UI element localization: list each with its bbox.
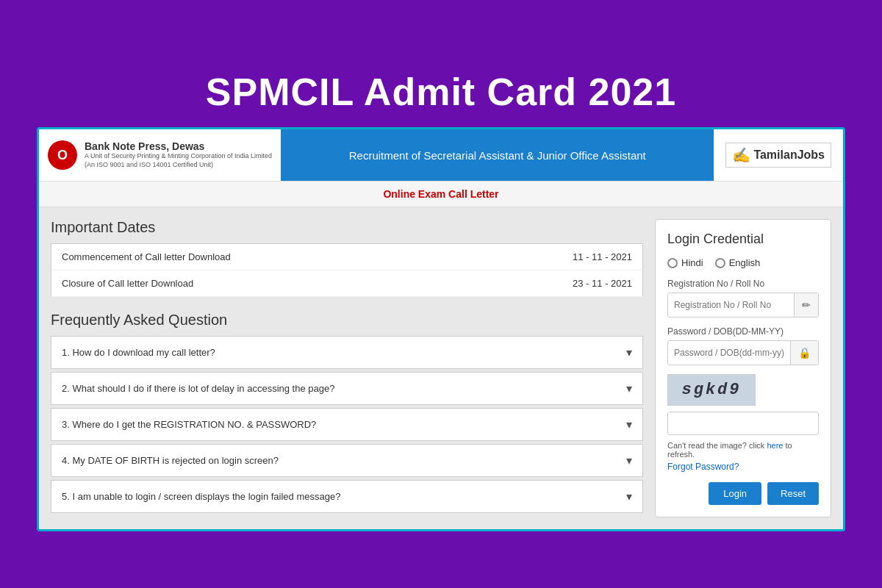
main-card: O Bank Note Press, Dewas A Unit of Secur… bbox=[37, 127, 845, 531]
faq-item[interactable]: 1. How do I download my call letter?▾ bbox=[51, 336, 643, 369]
site-header: O Bank Note Press, Dewas A Unit of Secur… bbox=[39, 129, 843, 181]
faq-question: 3. Where do I get the REGISTRATION NO. &… bbox=[62, 419, 316, 430]
captcha-input[interactable] bbox=[668, 412, 818, 434]
registration-input[interactable] bbox=[668, 294, 794, 316]
date-value: 11 - 11 - 2021 bbox=[467, 244, 643, 270]
header-logo: O Bank Note Press, Dewas A Unit of Secur… bbox=[39, 129, 281, 181]
faq-item[interactable]: 2. What should I do if there is lot of d… bbox=[51, 372, 643, 405]
captcha-refresh-link[interactable]: here bbox=[767, 441, 783, 450]
edit-icon: ✏ bbox=[794, 293, 818, 317]
subheader-text: Online Exam Call Letter bbox=[383, 188, 498, 200]
hindi-radio[interactable] bbox=[667, 258, 678, 268]
logo-subtitle-1: A Unit of Security Printing & Minting Co… bbox=[85, 152, 272, 161]
password-input[interactable] bbox=[668, 342, 790, 364]
logo-title: Bank Note Press, Dewas bbox=[85, 140, 272, 152]
tamilan-label: TamilanJobs bbox=[753, 148, 825, 162]
captcha-input-row bbox=[667, 412, 819, 435]
table-row: Commencement of Call letter Download11 -… bbox=[51, 244, 643, 270]
header-center-text: Recruitment of Secretarial Assistant & J… bbox=[349, 149, 646, 162]
registration-label: Registration No / Roll No bbox=[667, 279, 819, 289]
chevron-down-icon: ▾ bbox=[626, 417, 632, 431]
password-label: Password / DOB(DD-MM-YY) bbox=[667, 326, 819, 337]
logo-subtitle-2: (An ISO 9001 and ISO 14001 Certified Uni… bbox=[85, 161, 272, 170]
login-title: Login Credential bbox=[667, 232, 819, 247]
content-area: Important Dates Commencement of Call let… bbox=[39, 207, 843, 529]
english-label: English bbox=[729, 257, 761, 268]
login-button[interactable]: Login bbox=[709, 482, 761, 505]
subheader-bar: Online Exam Call Letter bbox=[39, 181, 843, 207]
chevron-down-icon: ▾ bbox=[626, 381, 632, 395]
faq-item[interactable]: 3. Where do I get the REGISTRATION NO. &… bbox=[51, 408, 643, 441]
registration-row: ✏ bbox=[667, 293, 819, 318]
lock-icon: 🔒 bbox=[790, 341, 818, 365]
english-radio[interactable] bbox=[715, 258, 725, 268]
tamilan-logo: ✍ TamilanJobs bbox=[725, 143, 831, 168]
faq-question: 2. What should I do if there is lot of d… bbox=[62, 383, 334, 394]
header-tamilan: ✍ TamilanJobs bbox=[714, 129, 843, 181]
language-options: Hindi English bbox=[667, 257, 819, 268]
faq-title: Frequently Asked Question bbox=[51, 312, 643, 329]
chevron-down-icon: ▾ bbox=[626, 453, 632, 467]
button-row: Login Reset bbox=[667, 482, 819, 505]
faq-item[interactable]: 4. My DATE OF BIRTH is rejected on login… bbox=[51, 444, 643, 477]
faq-item[interactable]: 5. I am unable to login / screen display… bbox=[51, 480, 643, 513]
hindi-label: Hindi bbox=[681, 257, 703, 268]
left-panel: Important Dates Commencement of Call let… bbox=[51, 219, 643, 516]
header-center: Recruitment of Secretarial Assistant & J… bbox=[281, 129, 714, 181]
faq-question: 1. How do I download my call letter? bbox=[62, 347, 215, 358]
chevron-down-icon: ▾ bbox=[626, 490, 632, 503]
page-wrapper: SPMCIL Admit Card 2021 O Bank Note Press… bbox=[37, 57, 845, 531]
tamilan-icon: ✍ bbox=[732, 146, 750, 164]
captcha-help: Can't read the image? click here to refr… bbox=[667, 441, 819, 459]
logo-icon: O bbox=[48, 140, 77, 170]
reset-button[interactable]: Reset bbox=[767, 482, 819, 505]
table-row: Closure of Call letter Download23 - 11 -… bbox=[51, 270, 643, 297]
date-label: Commencement of Call letter Download bbox=[51, 244, 467, 270]
date-value: 23 - 11 - 2021 bbox=[467, 270, 643, 297]
page-title: SPMCIL Admit Card 2021 bbox=[37, 57, 845, 127]
logo-initial: O bbox=[57, 148, 68, 163]
faq-question: 4. My DATE OF BIRTH is rejected on login… bbox=[62, 455, 279, 466]
faq-question: 5. I am unable to login / screen display… bbox=[62, 491, 340, 502]
dates-table: Commencement of Call letter Download11 -… bbox=[51, 243, 643, 297]
hindi-option[interactable]: Hindi bbox=[667, 257, 703, 268]
password-row: 🔒 bbox=[667, 340, 819, 365]
captcha-image: sgkd9 bbox=[667, 374, 756, 406]
captcha-help-text: Can't read the image? click bbox=[667, 441, 764, 450]
login-panel: Login Credential Hindi English Registrat… bbox=[655, 219, 831, 517]
date-label: Closure of Call letter Download bbox=[51, 270, 467, 297]
important-dates-title: Important Dates bbox=[51, 219, 643, 236]
logo-text-block: Bank Note Press, Dewas A Unit of Securit… bbox=[85, 140, 272, 169]
forgot-password-link[interactable]: Forgot Password? bbox=[667, 462, 819, 472]
chevron-down-icon: ▾ bbox=[626, 345, 632, 359]
faq-section: 1. How do I download my call letter?▾2. … bbox=[51, 336, 643, 513]
english-option[interactable]: English bbox=[715, 257, 761, 268]
